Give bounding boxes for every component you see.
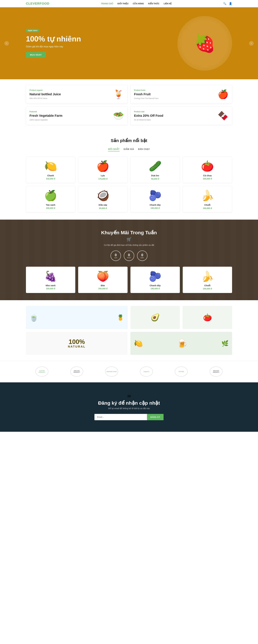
weekly-section: Khuyến Mãi Trong Tuần 🛒 Cơ hội để gia đì…	[0, 220, 258, 300]
product-card-0[interactable]: 🍋 Chanh 210,000 đ	[26, 156, 75, 183]
header: CLEVERFOOD TRANG CHỦ GIỚI THIỆU CỬA HÀNG…	[0, 0, 258, 7]
banner-right-top: 🥑 🍅	[130, 306, 232, 329]
product-card-5[interactable]: 🥥 Dừa sáp 35,000 đ	[78, 186, 128, 212]
tab-newest[interactable]: MỚI NHẤT	[108, 147, 120, 152]
hero-next-arrow[interactable]: ›	[249, 41, 254, 46]
promo-card-2[interactable]: Featured Fresh Vegetable Farm 100% natur…	[26, 106, 128, 125]
search-icon[interactable]: 🔍	[223, 2, 226, 5]
promo-section: Product organic Natural bottled Juice Wi…	[0, 79, 258, 131]
tab-sale[interactable]: GIẢM GIÁ	[124, 147, 134, 152]
product-image-6: 🫐	[134, 189, 177, 202]
banner-natural[interactable]: 100% NATURAL	[26, 332, 128, 355]
promo-desc-1: Coming From The Natural Farm	[134, 98, 216, 100]
promo-title-2: Fresh Vegetable Farm	[30, 114, 111, 118]
newsletter-icon: ✉	[26, 394, 232, 399]
banner-right: 🥑 🍅 🍋 🍺 🌿	[130, 306, 232, 355]
promo-title-0: Natural bottled Juice	[30, 92, 111, 96]
weekly-price-0: 320,000 đ	[46, 288, 55, 290]
product-price-2: 50,000 đ	[134, 178, 177, 180]
product-name-5: Dừa sáp	[81, 204, 124, 206]
weekly-product-3[interactable]: 🍌 Chuối 150,000 đ	[183, 267, 232, 293]
product-image-4: 🍏	[29, 189, 72, 202]
hero-image: 🍓	[177, 16, 232, 71]
hero-content: Apple Juice 100% tự nhiênn Giảm giá khi …	[26, 29, 81, 58]
banner-avocado[interactable]: 🥑	[130, 306, 180, 329]
brand-0[interactable]: NATURE PRODUCT	[36, 366, 48, 376]
banner-grid: 🍵 🍍 100% NATURAL 🥑 🍅 🍋 🍺 🌿	[26, 306, 232, 355]
brand-2[interactable]: ORGANIC FOOD	[105, 366, 118, 376]
banner-avocado-icon: 🥑	[151, 313, 160, 322]
banner-drink[interactable]: 🍋 🍺 🌿	[130, 332, 232, 355]
product-card-1[interactable]: 🍎 Lựu 170,000 đ	[78, 156, 128, 183]
product-price-4: 220,000 đ	[29, 207, 72, 209]
newsletter-submit-button[interactable]: ĐĂNG KÝ	[147, 414, 164, 420]
timer-hours-label: GIỜ	[114, 257, 117, 258]
weekly-price-2: 190,000 đ	[150, 288, 160, 290]
brand-4[interactable]: NATURE	[175, 366, 188, 376]
promo-label-0: Product organic	[30, 89, 111, 91]
promo-card-0[interactable]: Product organic Natural bottled Juice Wi…	[26, 85, 128, 104]
tab-bestseller[interactable]: BÁN CHẠY	[138, 147, 150, 152]
promo-label-2: Featured	[30, 111, 111, 113]
timer-minutes-label: PHÚT	[127, 257, 131, 258]
newsletter-form: ĐĂNG KÝ	[94, 414, 164, 420]
brand-1[interactable]: ORGANIC PRODUCT	[70, 366, 83, 376]
banner-section: 🍵 🍍 100% NATURAL 🥑 🍅 🍋 🍺 🌿	[0, 300, 258, 361]
brand-logo-3: Organics	[140, 366, 153, 376]
banner-tetley[interactable]: 🍵 🍍	[26, 306, 128, 329]
newsletter-subtitle: Để lại email để không bỏ lỡ bất kỳ ưu đã…	[26, 407, 232, 410]
banner-tomato[interactable]: 🍅	[183, 306, 232, 329]
product-name-4: Táo xanh	[29, 204, 72, 206]
nav-item-knowledge[interactable]: KIẾN THỨC	[148, 2, 160, 5]
product-image-7: 🍌	[186, 189, 229, 202]
brands-grid: NATURE PRODUCT ORGANIC PRODUCT ORGANIC F…	[26, 366, 232, 376]
newsletter-email-input[interactable]	[94, 414, 147, 420]
weekly-content: Khuyến Mãi Trong Tuần 🛒 Cơ hội để gia đì…	[26, 230, 232, 293]
product-price-3: 320,000 đ	[186, 178, 229, 180]
product-name-6: Chanh dây	[134, 204, 177, 206]
brand-3[interactable]: Organics	[140, 366, 153, 376]
promo-desc-3: On all Weekrnd Sales	[134, 119, 216, 121]
nav-item-home[interactable]: TRANG CHỦ	[101, 2, 113, 5]
timer-seconds-label: GIÂY	[140, 257, 144, 258]
brand-5[interactable]: ORGANIC PRODUCT	[210, 366, 222, 376]
nav-item-shop[interactable]: CỬA HÀNG	[133, 2, 144, 5]
product-price-5: 35,000 đ	[81, 207, 124, 210]
timer-minutes: 0 PHÚT	[124, 250, 134, 261]
product-price-6: 190,000 đ	[134, 207, 177, 209]
user-icon[interactable]: 👤	[229, 2, 232, 5]
promo-image-1: 🍎	[218, 89, 228, 100]
hero-prev-arrow[interactable]: ‹	[4, 41, 9, 46]
weekly-product-0[interactable]: 🍇 Nho xanh 320,000 đ	[26, 267, 75, 293]
promo-title-1: Fresh Fruit	[134, 92, 216, 96]
product-card-6[interactable]: 🫐 Chanh dây 190,000 đ	[130, 186, 180, 212]
weekly-product-image-0: 🍇	[29, 270, 72, 283]
product-card-3[interactable]: 🍅 Cà chua 320,000 đ	[183, 156, 232, 183]
product-image-0: 🍋	[29, 160, 72, 172]
promo-card-1[interactable]: Product fruits Fresh Fruit Coming From T…	[130, 85, 232, 104]
weekly-product-2[interactable]: 🫐 Chanh dây 190,000 đ	[130, 267, 180, 293]
weekly-subtitle: Cơ hội để gia đình bạn sở hữu những sản …	[26, 244, 232, 246]
hero-cta-button[interactable]: MUA NGAY	[26, 52, 46, 58]
product-price-7: 150,000 đ	[186, 207, 229, 210]
weekly-price-3: 150,000 đ	[203, 288, 212, 290]
featured-title: Sản phẩm nổi bật	[26, 138, 232, 143]
product-price-1: 170,000 đ	[81, 178, 124, 180]
product-tabs: MỚI NHẤT GIẢM GIÁ BÁN CHẠY	[26, 147, 232, 152]
promo-card-3[interactable]: Product sale Extra 20% Off Food On all W…	[130, 106, 232, 125]
hero-badge: Apple Juice	[26, 29, 39, 32]
brands-section: NATURE PRODUCT ORGANIC PRODUCT ORGANIC F…	[0, 361, 258, 382]
brand-logo-4: NATURE	[175, 366, 188, 376]
timer-seconds: 0 GIÂY	[137, 250, 148, 261]
weekly-product-name-0: Nho xanh	[29, 284, 72, 287]
hero-subtitle: Giảm giá khi đặt mua ngay hôm nay	[26, 45, 81, 48]
product-card-4[interactable]: 🍏 Táo xanh 220,000 đ	[26, 186, 75, 212]
weekly-products-grid: 🍇 Nho xanh 320,000 đ 🍑 Đào 330,000 đ 🫐 C…	[26, 267, 232, 293]
nav-item-contact[interactable]: LIÊN HỆ	[164, 2, 172, 5]
nav-item-about[interactable]: GIỚI THIỆU	[117, 2, 128, 5]
brand-logo-1: ORGANIC PRODUCT	[70, 366, 83, 376]
product-card-2[interactable]: 🥒 Dưa leo 50,000 đ	[130, 156, 180, 183]
weekly-product-name-3: Chuối	[186, 284, 229, 287]
weekly-product-1[interactable]: 🍑 Đào 330,000 đ	[78, 267, 128, 293]
product-card-7[interactable]: 🍌 Chuối 150,000 đ	[183, 186, 232, 212]
